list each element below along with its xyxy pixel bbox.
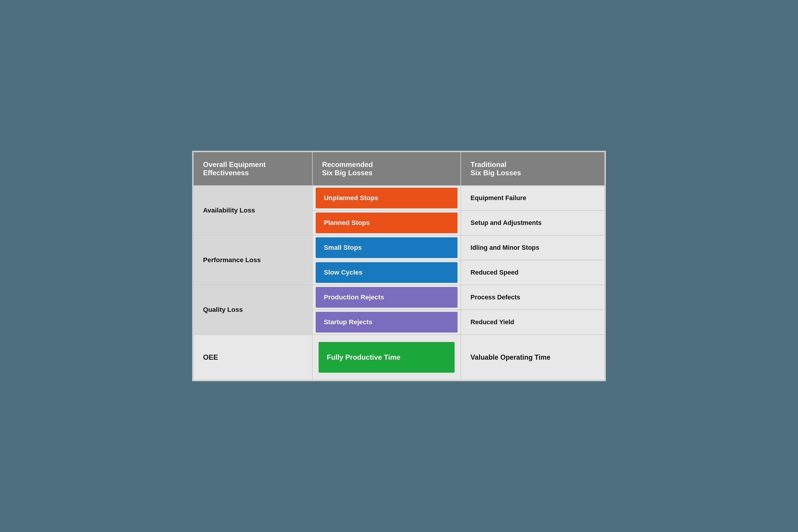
main-table-wrapper: Overall Equipment Effectiveness Recommen…	[192, 151, 606, 381]
fully-productive-cell: Fully Productive Time	[312, 335, 461, 380]
availability-category: Availability Loss	[193, 186, 312, 235]
fully-productive-label: Fully Productive Time	[319, 342, 455, 373]
small-stops-cell: Small Stops	[312, 235, 461, 260]
valuable-operating-cell: Valuable Operating Time	[461, 335, 605, 380]
process-defects-cell: Process Defects	[461, 285, 605, 310]
table-row: Quality Loss Production Rejects Process …	[193, 285, 605, 310]
small-stops-label: Small Stops	[316, 238, 457, 258]
startup-rejects-cell: Startup Rejects	[312, 310, 461, 335]
oee-category: OEE	[193, 335, 312, 380]
unplanned-stops-label: Unplanned Stops	[316, 188, 457, 208]
reduced-speed-cell: Reduced Speed	[461, 260, 605, 285]
planned-stops-label: Planned Stops	[316, 212, 457, 233]
equipment-failure-cell: Equipment Failure	[461, 186, 605, 210]
planned-stops-cell: Planned Stops	[312, 210, 461, 235]
performance-category: Performance Loss	[193, 235, 312, 285]
reduced-yield-cell: Reduced Yield	[461, 310, 605, 335]
quality-category: Quality Loss	[193, 285, 312, 335]
idling-minor-stops-cell: Idling and Minor Stops	[461, 235, 605, 260]
unplanned-stops-cell: Unplanned Stops	[312, 186, 461, 210]
table-row: OEE Fully Productive Time Valuable Opera…	[193, 335, 605, 380]
startup-rejects-label: Startup Rejects	[316, 312, 457, 332]
header-recommended: Recommended Six Big Losses	[312, 152, 461, 186]
table-row: Availability Loss Unplanned Stops Equipm…	[193, 186, 605, 210]
slow-cycles-label: Slow Cycles	[316, 262, 457, 283]
header-traditional: Traditional Six Big Losses	[461, 152, 605, 186]
setup-adjustments-cell: Setup and Adjustments	[461, 210, 605, 235]
header-oee: Overall Equipment Effectiveness	[193, 152, 312, 186]
slow-cycles-cell: Slow Cycles	[312, 260, 461, 285]
production-rejects-cell: Production Rejects	[312, 285, 461, 310]
table-row: Performance Loss Small Stops Idling and …	[193, 235, 605, 260]
production-rejects-label: Production Rejects	[316, 287, 457, 308]
